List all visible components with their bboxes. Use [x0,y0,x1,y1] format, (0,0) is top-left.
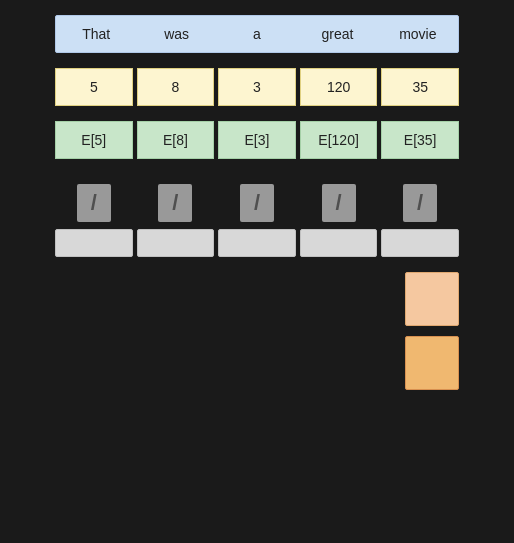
num-35: 35 [381,68,459,106]
word-a: a [217,16,297,52]
word-great: great [297,16,377,52]
num-5: 5 [55,68,133,106]
embed-8: E[8] [137,121,215,159]
num-120: 120 [300,68,378,106]
num-8: 8 [137,68,215,106]
slash-icon-4: / [322,184,356,222]
slash-1: / [55,179,133,224]
bottom-section [0,272,514,390]
slash-icon-2: / [158,184,192,222]
word-was: was [136,16,216,52]
small-box-4 [300,229,378,257]
embed-120: E[120] [300,121,378,159]
small-boxes-row [55,229,459,257]
embeddings-row: E[5] E[8] E[3] E[120] E[35] [55,121,459,159]
small-box-2 [137,229,215,257]
slash-4: / [300,179,378,224]
slash-icon-5: / [403,184,437,222]
word-that: That [56,16,136,52]
slash-3: / [218,179,296,224]
slash-icon-3: / [240,184,274,222]
embed-3: E[3] [218,121,296,159]
slash-icon-1: / [77,184,111,222]
num-3: 3 [218,68,296,106]
small-box-1 [55,229,133,257]
numbers-row: 5 8 3 120 35 [55,68,459,106]
embed-35: E[35] [381,121,459,159]
small-box-5 [381,229,459,257]
bottom-cell-dark [405,336,459,390]
bottom-cell-light [405,272,459,326]
slash-row: / / / / / [55,179,459,224]
slash-5: / [381,179,459,224]
words-row: That was a great movie [55,15,459,53]
slash-2: / [137,179,215,224]
embed-5: E[5] [55,121,133,159]
small-box-3 [218,229,296,257]
word-movie: movie [378,16,458,52]
